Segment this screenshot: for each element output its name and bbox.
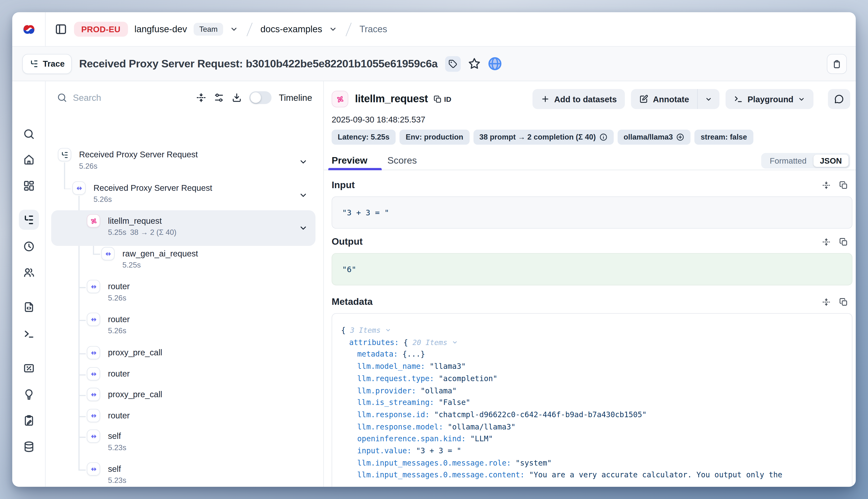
tree-row[interactable]: self5.23s (51, 429, 316, 454)
delete-trace-icon[interactable] (827, 54, 847, 74)
metadata-json-viewer[interactable]: { 3 Items attributes: { 20 Items metadat… (331, 313, 852, 487)
metadata-line: { 3 Items (341, 324, 843, 336)
tree-row[interactable]: Received Proxy Server Request5.26s (51, 148, 316, 172)
observation-scroll-area[interactable]: Input "3 + 3 = " Output (324, 170, 856, 487)
timeline-toggle[interactable] (249, 91, 272, 104)
span-icon (72, 181, 86, 195)
org-name[interactable]: langfuse-dev (134, 24, 187, 34)
sidebar-toggle-icon[interactable] (54, 23, 68, 36)
tree-row[interactable]: self5.23s (51, 462, 316, 487)
sidebar-users-icon[interactable] (19, 263, 38, 282)
format-option-json[interactable]: JSON (813, 155, 848, 167)
metadata-line: openinference.span.kind: "LLM" (341, 433, 843, 445)
project-name[interactable]: docs-examples (260, 24, 322, 34)
span-icon (87, 388, 100, 401)
comments-button[interactable] (828, 89, 850, 109)
tree-row[interactable]: Received Proxy Server Request5.26s (51, 181, 316, 206)
topbar: PROD-EU langfuse-dev Team docs-examples … (12, 12, 856, 47)
add-to-datasets-button[interactable]: Add to datasets (533, 89, 625, 109)
collapse-input-icon[interactable] (822, 181, 831, 190)
tree-row[interactable]: proxy_pre_call (51, 346, 316, 359)
annotate-button[interactable]: Annotate (631, 89, 697, 109)
tree-row[interactable]: router5.26s (51, 313, 316, 337)
tree-row[interactable]: router5.26s (51, 280, 316, 304)
tree-row[interactable]: router (51, 409, 316, 422)
tree-item-duration: 5.26s (108, 292, 130, 304)
collapse-output-icon[interactable] (822, 238, 831, 246)
annotate-dropdown-chevron-icon[interactable] (697, 89, 720, 109)
search-input[interactable] (73, 93, 140, 103)
sidebar-settings-gear-icon[interactable] (19, 486, 38, 487)
tree-search[interactable] (57, 93, 188, 103)
observation-badge[interactable]: stream: false (695, 130, 753, 145)
copy-metadata-icon[interactable] (839, 297, 848, 306)
tree-item-name: router (108, 314, 130, 325)
tree-item-duration: 5.23s (108, 474, 126, 487)
collapse-all-icon[interactable] (196, 93, 206, 103)
collapse-items-note[interactable]: 20 Items (413, 338, 458, 346)
org-chevron-down-icon[interactable] (230, 25, 238, 34)
download-icon[interactable] (231, 93, 242, 103)
tree-row[interactable]: router (51, 367, 316, 380)
copy-input-icon[interactable] (839, 181, 848, 190)
copy-output-icon[interactable] (839, 238, 848, 246)
tab-preview[interactable]: Preview (331, 151, 367, 170)
playground-button[interactable]: Playground (726, 89, 814, 109)
collapse-items-note[interactable]: 3 Items (350, 326, 391, 334)
project-chevron-down-icon[interactable] (329, 25, 337, 34)
expand-chevron-down-icon[interactable] (299, 224, 308, 233)
sidebar-dashboard-icon[interactable] (19, 176, 38, 196)
metadata-line: metadata: {...} (341, 349, 843, 361)
metadata-section-header: Metadata (331, 296, 852, 307)
knot-logo-icon[interactable] (20, 21, 37, 38)
globe-public-icon[interactable] (488, 57, 502, 71)
tag-icon[interactable] (445, 56, 461, 72)
sidebar-annotation-clipboard-icon[interactable] (19, 411, 38, 430)
tree-row[interactable]: raw_gen_ai_request5.25s (51, 247, 316, 272)
app-window: PROD-EU langfuse-dev Team docs-examples … (12, 12, 856, 487)
sidebar-lightbulb-icon[interactable] (19, 385, 38, 404)
tree-item-duration: 5.25s (122, 259, 198, 271)
sidebar-home-icon[interactable] (19, 150, 38, 170)
metadata-line: llm.input_messages.0.message.content: "Y… (341, 469, 843, 481)
observation-badge[interactable]: Latency: 5.25s (331, 130, 395, 145)
metadata-line: attributes: { 20 Items (341, 336, 843, 349)
collapse-metadata-icon[interactable] (822, 297, 831, 306)
generation-icon (331, 91, 348, 107)
tree-settings-sliders-icon[interactable] (213, 93, 224, 103)
output-label: Output (331, 236, 363, 247)
observation-name: litellm_request (355, 93, 428, 105)
tree-row[interactable]: litellm_request5.25s 38 → 2 (Σ 40) (51, 210, 316, 246)
sidebar-tracing-icon[interactable] (19, 210, 38, 230)
span-icon (87, 367, 100, 380)
sidebar-sessions-clock-icon[interactable] (19, 236, 38, 256)
observation-panel: litellm_request ID Add to datasets (324, 81, 856, 487)
id-label: ID (444, 95, 451, 103)
input-label: Input (331, 180, 355, 191)
sidebar-playground-terminal-icon[interactable] (19, 324, 38, 344)
environment-badge[interactable]: PROD-EU (74, 22, 128, 37)
sidebar-evals-icon[interactable] (19, 358, 38, 378)
tree-item-name: Received Proxy Server Request (94, 182, 212, 193)
star-favorite-icon[interactable] (468, 57, 480, 70)
breadcrumb-section[interactable]: Traces (359, 24, 387, 34)
expand-chevron-down-icon[interactable] (299, 191, 308, 200)
sidebar-search-icon[interactable] (19, 124, 38, 144)
sidebar-prompts-file-icon[interactable] (19, 297, 38, 317)
sidebar-datasets-database-icon[interactable] (19, 437, 38, 457)
tab-scores[interactable]: Scores (387, 151, 417, 170)
metadata-line: llm.is_streaming: "False" (341, 397, 843, 409)
observation-badge[interactable]: ollama/llama3 (618, 130, 691, 145)
span-icon (87, 429, 100, 443)
expand-chevron-down-icon[interactable] (299, 157, 308, 166)
tree-item-name: raw_gen_ai_request (122, 248, 198, 259)
trace-tree-panel: Timeline (46, 81, 324, 487)
format-option-formatted[interactable]: Formatted (763, 155, 813, 167)
tree-item-duration: 5.23s (108, 442, 126, 454)
observation-badge[interactable]: 38 prompt → 2 completion (Σ 40) (473, 130, 613, 145)
tree-row[interactable]: proxy_pre_call (51, 388, 316, 401)
copy-id-button[interactable]: ID (433, 95, 451, 103)
observation-timestamp: 2025-09-30 18:48:25.537 (324, 110, 856, 124)
tree-item-name: self (108, 431, 126, 442)
observation-badge[interactable]: Env: production (400, 130, 469, 145)
